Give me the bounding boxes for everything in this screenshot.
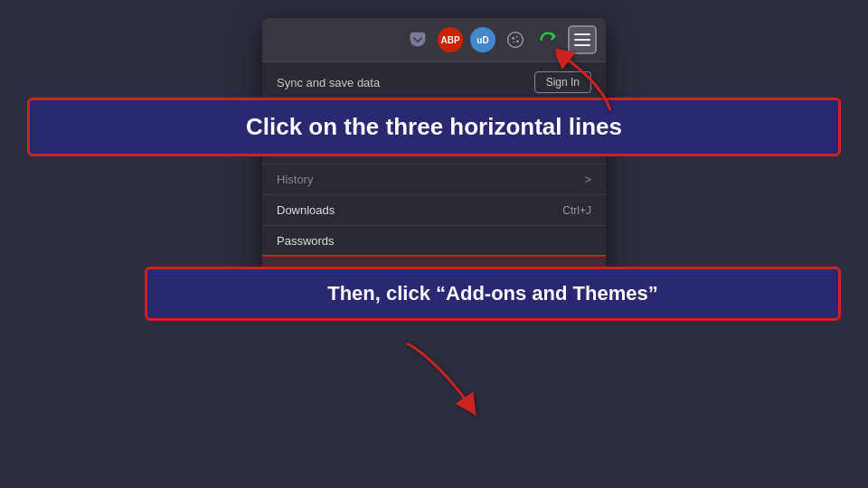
cookie-icon[interactable] (503, 27, 528, 52)
pocket-icon[interactable] (405, 27, 430, 52)
menu-item-passwords-label: Passwords (277, 234, 335, 248)
hamburger-bar-3 (574, 44, 590, 46)
svg-point-0 (508, 33, 524, 48)
scene: ABP uD (0, 0, 868, 488)
arrow-to-addons (398, 334, 488, 428)
menu-item-downloads-label: Downloads (277, 203, 335, 217)
arrow-to-hamburger (556, 47, 628, 123)
svg-point-1 (512, 37, 514, 40)
banner-bottom: Then, click “Add-ons and Themes” (145, 267, 841, 321)
sync-text: Sync and save data (277, 76, 380, 89)
banner-top: Click on the three horizontal lines (27, 98, 841, 156)
abp-icon[interactable]: ABP (438, 27, 463, 52)
menu-item-history-shortcut: > (585, 174, 591, 186)
svg-point-2 (516, 36, 518, 38)
menu-item-passwords[interactable]: Passwords (262, 226, 606, 257)
svg-point-3 (516, 40, 519, 42)
banner-top-text: Click on the three horizontal lines (48, 113, 820, 141)
menu-item-downloads[interactable]: Downloads Ctrl+J (262, 195, 606, 226)
ud-icon[interactable]: uD (470, 27, 495, 52)
menu-item-history-label: History (277, 173, 313, 186)
hamburger-bar-2 (574, 39, 590, 41)
hamburger-bar-1 (574, 33, 590, 35)
svg-point-4 (514, 42, 515, 43)
menu-item-history[interactable]: History > (262, 164, 606, 195)
banner-bottom-text: Then, click “Add-ons and Themes” (165, 282, 820, 305)
toolbar-row: ABP uD (262, 18, 606, 62)
menu-item-downloads-shortcut: Ctrl+J (562, 204, 591, 217)
